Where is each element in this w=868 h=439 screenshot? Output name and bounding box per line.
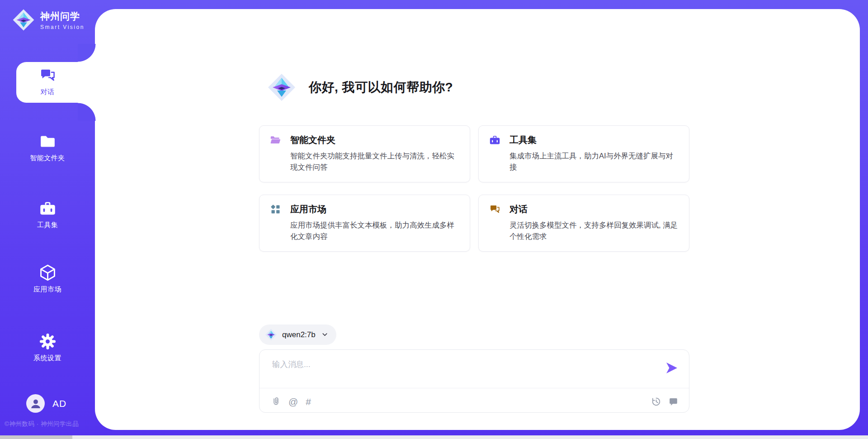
composer-toolbar-right — [651, 397, 678, 406]
person-icon — [28, 396, 43, 411]
content-area: 你好, 我可以如何帮助你? 智能文件夹 智能文件夹功能支持批量文件上传与清洗，轻… — [259, 9, 689, 430]
sidebar-item-app-market[interactable]: 应用市场 — [0, 263, 95, 294]
tab-scoop-bottom — [78, 103, 96, 121]
chat-bubbles-icon — [38, 66, 57, 85]
card-description: 集成市场上主流工具，助力AI与外界无缝扩展与对接 — [489, 150, 679, 173]
composer-toolbar: @ # — [271, 393, 678, 410]
history-icon[interactable] — [651, 397, 661, 406]
assistant-logo-icon — [267, 73, 296, 102]
message-composer: @ # — [259, 349, 689, 413]
brand: 神州问学 Smart Vision — [12, 9, 85, 31]
message-input[interactable] — [272, 359, 629, 385]
brand-subtitle: Smart Vision — [40, 24, 85, 30]
user-initials: AD — [52, 398, 66, 409]
sidebar-item-chat[interactable]: 对话 — [0, 66, 95, 96]
sidebar-item-label: 系统设置 — [33, 354, 61, 363]
composer-divider — [259, 388, 689, 388]
model-logo-icon — [265, 329, 277, 341]
sidebar-item-toolset[interactable]: 工具集 — [0, 199, 95, 229]
attachment-icon[interactable] — [271, 397, 281, 406]
sidebar-item-smart-folder[interactable]: 智能文件夹 — [0, 132, 95, 162]
card-smart-folder[interactable]: 智能文件夹 智能文件夹功能支持批量文件上传与清洗，轻松实现文件问答 — [259, 125, 470, 182]
card-title: 工具集 — [509, 134, 537, 146]
model-name: qwen2:7b — [282, 330, 316, 339]
brand-logo-icon — [12, 9, 35, 31]
sidebar-item-label: 应用市场 — [33, 285, 61, 294]
card-title: 应用市场 — [290, 203, 326, 215]
chat-bubble-icon[interactable] — [669, 397, 678, 406]
gear-icon — [38, 332, 57, 351]
card-description: 灵活切换多模型文件，支持多样回复效果调试, 满足个性化需求 — [489, 220, 679, 242]
chevron-down-icon — [321, 331, 328, 338]
briefcase-icon — [38, 199, 57, 218]
brand-name: 神州问学 — [40, 10, 85, 23]
window-bottom-edge — [0, 435, 868, 439]
mention-icon[interactable]: @ — [288, 397, 298, 406]
send-icon[interactable] — [665, 362, 678, 374]
card-title: 智能文件夹 — [290, 134, 335, 146]
sidebar-item-label: 对话 — [41, 88, 55, 96]
briefcase-icon — [489, 134, 501, 146]
sidebar-item-label: 智能文件夹 — [30, 154, 65, 162]
window-bottom-edge-segment — [0, 435, 72, 439]
copyright: ©神州数码 · 神州问学出品 — [5, 420, 79, 428]
sidebar-item-label: 工具集 — [37, 221, 58, 229]
card-app-market[interactable]: 应用市场 应用市场提供丰富长文本模板，助力高效生成多样化文章内容 — [259, 195, 470, 252]
avatar — [26, 394, 45, 413]
app-root: { "brand": { "name": "神州问学", "subtitle":… — [0, 0, 868, 439]
card-title: 对话 — [509, 203, 528, 215]
card-chat[interactable]: 对话 灵活切换多模型文件，支持多样回复效果调试, 满足个性化需求 — [478, 195, 689, 252]
card-toolset[interactable]: 工具集 集成市场上主流工具，助力AI与外界无缝扩展与对接 — [478, 125, 689, 182]
feature-cards: 智能文件夹 智能文件夹功能支持批量文件上传与清洗，轻松实现文件问答 工具集 集成… — [259, 125, 689, 252]
tab-scoop-top — [78, 44, 96, 62]
folder-icon — [38, 132, 57, 151]
model-selector[interactable]: qwen2:7b — [259, 324, 336, 345]
greeting-text: 你好, 我可以如何帮助你? — [309, 79, 453, 96]
folder-open-icon — [269, 134, 282, 146]
user-account[interactable]: AD — [26, 394, 66, 413]
cube-icon — [38, 263, 57, 282]
hashtag-icon[interactable]: # — [306, 397, 311, 406]
card-description: 智能文件夹功能支持批量文件上传与清洗，轻松实现文件问答 — [269, 150, 460, 173]
card-description: 应用市场提供丰富长文本模板，助力高效生成多样化文章内容 — [269, 220, 460, 242]
sidebar-item-settings[interactable]: 系统设置 — [0, 332, 95, 363]
chat-bubbles-icon — [489, 203, 501, 215]
app-grid-icon — [269, 203, 282, 215]
greeting: 你好, 我可以如何帮助你? — [267, 73, 453, 102]
